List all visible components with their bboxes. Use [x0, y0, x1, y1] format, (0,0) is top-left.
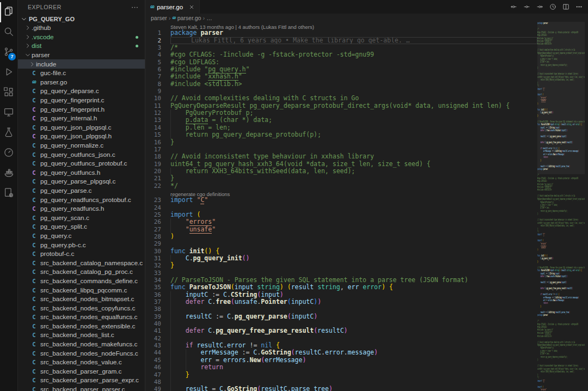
code-line-26[interactable]: 26 "errors"	[145, 218, 537, 225]
tree-file-pg-query-scan-c[interactable]: Cpg_query_scan.c	[18, 213, 145, 222]
code-line-32[interactable]: 32}	[145, 262, 537, 269]
code-line-46[interactable]: 46 return	[145, 364, 537, 371]
code-line-27[interactable]: 27 "unsafe"	[145, 226, 537, 233]
code-line-5[interactable]: 5#cgo LDFLAGS:	[145, 59, 537, 66]
tree-file-pg-query-c[interactable]: Cpg_query.c	[18, 231, 145, 241]
tree-file-pg-query-deparse-c[interactable]: Cpg_query_deparse.c	[18, 87, 145, 96]
codelens[interactable]: Steven Kalt, 13 months ago | 4 authors (…	[145, 22, 537, 29]
code-line-45[interactable]: 45 err = errors.New(errMessage)	[145, 357, 537, 364]
activitybar-remote-explorer[interactable]	[0, 103, 17, 123]
gitlens-compare-icon[interactable]	[522, 2, 531, 11]
tree-file-pg-query-pb-c-c[interactable]: Cpg_query.pb-c.c	[18, 240, 145, 249]
code-line-40[interactable]: 40	[145, 320, 537, 327]
tree-file-pg-query-parse-c[interactable]: Cpg_query_parse.c	[18, 186, 145, 196]
tree-file-src-backend-nodes-copyfuncs-c[interactable]: Csrc_backend_nodes_copyfuncs.c	[18, 303, 145, 313]
more-actions-icon[interactable]	[130, 2, 139, 12]
code-line-38[interactable]: 38	[145, 306, 537, 313]
code-line-43[interactable]: 43 if resultC.error != nil {	[145, 342, 537, 349]
activitybar-explorer[interactable]	[0, 2, 17, 22]
tree-file-src-backend-libpq-pqcomm-c[interactable]: Csrc_backend_libpq_pqcomm.c	[18, 285, 145, 295]
tree-file-src-backend-nodes-makefuncs-c[interactable]: Csrc_backend_nodes_makefuncs.c	[18, 340, 145, 349]
activitybar-testing[interactable]	[0, 123, 17, 143]
code-line-22[interactable]: 22*/	[145, 182, 537, 190]
code-line-11[interactable]: 11PgQueryDeparseResult pg_query_deparse_…	[145, 102, 537, 109]
tree-file-src-backend-catalog-namespace-c[interactable]: Csrc_backend_catalog_namespace.c	[18, 258, 145, 267]
tree-file-src-backend-nodes-extensible-c[interactable]: Csrc_backend_nodes_extensible.c	[18, 322, 145, 331]
code-line-2[interactable]: 2Lukas Fittl, 6 years ago • Make the lib…	[145, 37, 537, 44]
code-line-1[interactable]: 1package parser	[145, 29, 537, 36]
code-line-12[interactable]: 12 PgQueryProtobuf p;	[145, 109, 537, 117]
breadcrumb-folder[interactable]: parser	[151, 15, 167, 21]
code-line-24[interactable]: 24	[145, 204, 537, 211]
code-line-21[interactable]: 21}	[145, 175, 537, 182]
activitybar-docker[interactable]	[0, 163, 17, 184]
code-line-3[interactable]: 3/*	[145, 44, 537, 51]
tree-file-src-backend-nodes-nodefuncs-c[interactable]: Csrc_backend_nodes_nodeFuncs.c	[18, 349, 145, 358]
code-line-47[interactable]: 47 }	[145, 371, 537, 378]
tree-file-src-backend-commands-define-c[interactable]: Csrc_backend_commands_define.c	[18, 277, 145, 286]
tree-file-pg-query-readfuncs-h[interactable]: Cpg_query_readfuncs.h	[18, 204, 145, 213]
tree-file-pg-query-json-plpgsql-c[interactable]: Cpg_query_json_plpgsql.c	[18, 123, 145, 132]
code-line-9[interactable]: 9	[145, 88, 537, 95]
tree-file-src-backend-nodes-bitmapset-c[interactable]: Csrc_backend_nodes_bitmapset.c	[18, 295, 145, 304]
gitlens-changes-icon[interactable]	[535, 2, 544, 11]
tree-file-src-backend-catalog-pg-proc-c[interactable]: Csrc_backend_catalog_pg_proc.c	[18, 267, 145, 277]
gitlens-annotate-icon[interactable]	[509, 2, 518, 11]
breadcrumb-symbol[interactable]: …	[206, 15, 212, 21]
code-line-49[interactable]: 49 result = C.GoString(resultC.parse_tre…	[145, 386, 537, 391]
tree-folder-dist[interactable]: dist	[18, 41, 145, 51]
code-line-42[interactable]: 42	[145, 335, 537, 342]
tree-file-parser-go[interactable]: GOparser.go	[18, 78, 145, 87]
code-line-15[interactable]: 15 return pg_query_deparse_protobuf(p);	[145, 131, 537, 138]
code-line-36[interactable]: 36 inputC := C.CString(input)	[145, 291, 537, 298]
code-line-6[interactable]: 6#include "pg_query.h"	[145, 66, 537, 73]
tree-file-src-backend-nodes-value-c[interactable]: Csrc_backend_nodes_value.c	[18, 358, 145, 367]
close-icon[interactable]	[187, 3, 195, 11]
code-line-28[interactable]: 28)	[145, 233, 537, 240]
tree-folder--vscode[interactable]: .vscode	[18, 33, 145, 42]
code-line-16[interactable]: 16}	[145, 139, 537, 146]
code-line-23[interactable]: 23import "C"	[145, 197, 537, 204]
code-line-14[interactable]: 14 p.len = len;	[145, 124, 537, 131]
code-line-31[interactable]: 31 C.pg_query_init()	[145, 255, 537, 262]
code-line-7[interactable]: 7#include "xxhash.h"	[145, 73, 537, 80]
code-area[interactable]: Steven Kalt, 13 months ago | 4 authors (…	[145, 22, 537, 391]
code-line-39[interactable]: 39 resultC := C.pg_query_parse(inputC)	[145, 313, 537, 320]
tree-file-protobuf-c-c[interactable]: Cprotobuf-c.c	[18, 249, 145, 259]
code-line-19[interactable]: 19uint64_t pg_query_hash_xxh3_64(void *d…	[145, 161, 537, 168]
code-line-10[interactable]: 10// Avoid complexities dealing with C s…	[145, 95, 537, 102]
split-editor-icon[interactable]	[561, 2, 571, 11]
tree-folder-include[interactable]: include	[18, 59, 145, 69]
activitybar-timer[interactable]	[0, 143, 17, 163]
code-line-30[interactable]: 30func init() {	[145, 248, 537, 255]
tree-file-pg-query-fingerprint-c[interactable]: Cpg_query_fingerprint.c	[18, 96, 145, 105]
minimap[interactable]: Steven Kalt, 13 months ago | 4 authors (…	[537, 22, 585, 391]
activitybar-search[interactable]	[0, 22, 17, 42]
code-line-20[interactable]: 20 return XXH3_64bits_withSeed(data, len…	[145, 168, 537, 175]
code-line-48[interactable]: 48	[145, 378, 537, 386]
tree-file-pg-query-split-c[interactable]: Cpg_query_split.c	[18, 222, 145, 231]
code-line-33[interactable]: 33	[145, 270, 537, 277]
code-line-18[interactable]: 18// Avoid inconsistent type behaviour i…	[145, 153, 537, 160]
activitybar-notebook-settings[interactable]	[0, 184, 17, 204]
codelens[interactable]: regenerate cgo definitions	[145, 190, 537, 197]
tree-folder--github[interactable]: .github	[18, 23, 145, 33]
tree-file-pg-query-outfuncs-h[interactable]: Cpg_query_outfuncs.h	[18, 168, 145, 178]
breadcrumb-file[interactable]: parser.go	[177, 15, 201, 21]
tree-file-pg-query-readfuncs-protobuf-c[interactable]: Cpg_query_readfuncs_protobuf.c	[18, 195, 145, 204]
tab-parser-go[interactable]: GO parser.go	[145, 0, 200, 14]
code-line-25[interactable]: 25import (	[145, 211, 537, 218]
tree-file-guc-file-c[interactable]: Cguc-file.c	[18, 69, 145, 78]
code-line-29[interactable]: 29	[145, 240, 537, 247]
tree-file-pg-query-outfuncs-protobuf-c[interactable]: Cpg_query_outfuncs_protobuf.c	[18, 159, 145, 168]
activitybar-run-and-debug[interactable]	[0, 63, 17, 83]
tree-file-src-backend-nodes-equalfuncs-c[interactable]: Csrc_backend_nodes_equalfuncs.c	[18, 313, 145, 322]
activitybar-extensions[interactable]	[0, 83, 17, 103]
tree-file-src-backend-parser-parser-c[interactable]: Csrc_backend_parser_parser.c	[18, 385, 145, 391]
tree-folder-parser[interactable]: parser	[18, 51, 145, 60]
code-line-41[interactable]: 41 defer C.pg_query_free_parse_result(re…	[145, 327, 537, 334]
tree-file-pg-query-outfuncs-json-c[interactable]: Cpg_query_outfuncs_json.c	[18, 150, 145, 159]
code-line-44[interactable]: 44 errMessage := C.GoString(resultC.erro…	[145, 349, 537, 356]
timeline-icon[interactable]	[548, 2, 558, 11]
code-line-13[interactable]: 13 p.data = (char *) data;	[145, 117, 537, 124]
